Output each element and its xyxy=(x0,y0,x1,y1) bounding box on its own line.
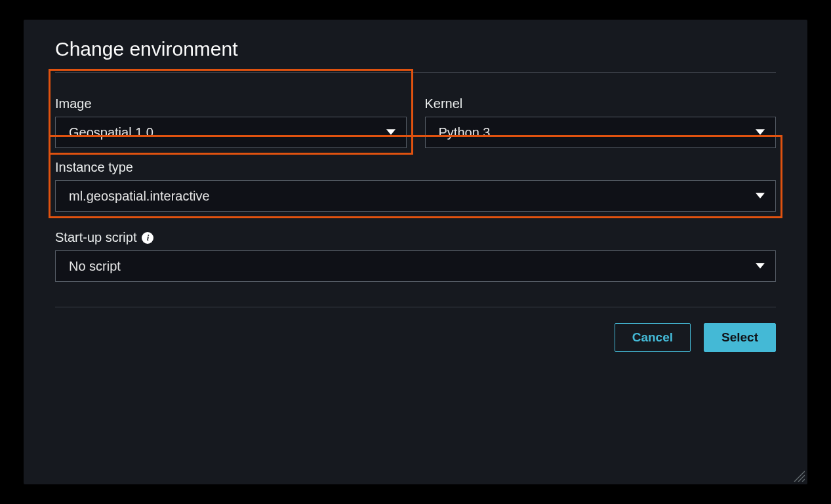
startup-script-select-value: No script xyxy=(69,259,121,274)
image-label: Image xyxy=(55,96,407,111)
kernel-label: Kernel xyxy=(425,96,777,111)
chevron-down-icon xyxy=(756,189,765,204)
startup-script-select[interactable]: No script xyxy=(55,250,776,282)
image-select-value: Geospatial 1.0 xyxy=(69,125,153,140)
dialog-footer: Cancel Select xyxy=(24,307,807,376)
startup-script-label-text: Start-up script xyxy=(55,230,136,245)
info-icon[interactable]: i xyxy=(142,232,153,244)
instance-type-label: Instance type xyxy=(55,160,776,175)
startup-script-label: Start-up script i xyxy=(55,230,776,245)
instance-type-field: Instance type ml.geospatial.interactive xyxy=(55,160,776,212)
startup-script-field: Start-up script i No script xyxy=(55,230,776,282)
cancel-button[interactable]: Cancel xyxy=(615,323,691,352)
dialog-header: Change environment xyxy=(24,20,807,72)
kernel-select[interactable]: Python 3 xyxy=(425,117,777,148)
resize-handle-icon[interactable] xyxy=(792,469,805,482)
instance-type-select[interactable]: ml.geospatial.interactive xyxy=(55,180,776,212)
image-select[interactable]: Geospatial 1.0 xyxy=(55,117,407,148)
select-button[interactable]: Select xyxy=(704,323,776,352)
change-environment-dialog: Change environment Image Geospatial 1.0 … xyxy=(24,20,807,484)
instance-type-select-value: ml.geospatial.interactive xyxy=(69,189,210,204)
script-row: Start-up script i No script xyxy=(55,230,776,282)
chevron-down-icon xyxy=(756,259,765,274)
chevron-down-icon xyxy=(386,125,395,140)
kernel-field: Kernel Python 3 xyxy=(425,96,777,148)
image-field: Image Geospatial 1.0 xyxy=(55,96,407,148)
dialog-body: Image Geospatial 1.0 Kernel Python 3 xyxy=(24,73,807,307)
svg-line-2 xyxy=(802,479,805,482)
top-row: Image Geospatial 1.0 Kernel Python 3 xyxy=(55,96,776,148)
kernel-select-value: Python 3 xyxy=(439,125,491,140)
chevron-down-icon xyxy=(756,125,765,140)
instance-row: Instance type ml.geospatial.interactive xyxy=(55,160,776,212)
dialog-title: Change environment xyxy=(55,38,776,60)
